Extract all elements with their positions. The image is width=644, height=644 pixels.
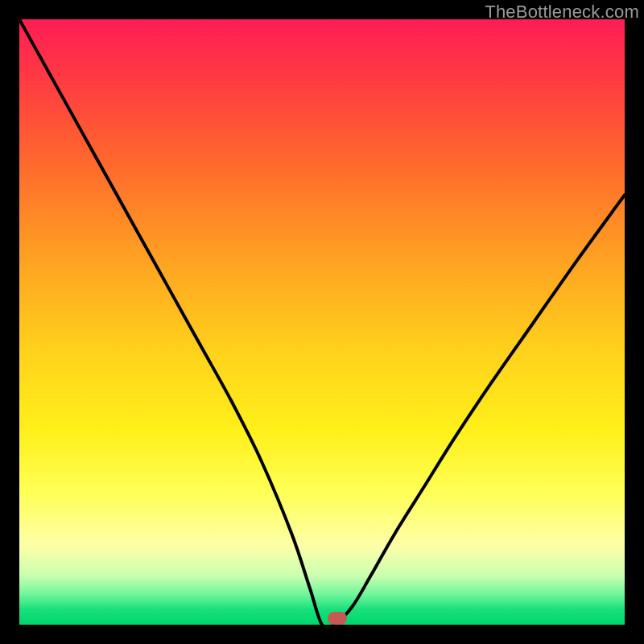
chart-frame: TheBottleneck.com [0,0,644,644]
watermark-text: TheBottleneck.com [485,2,639,23]
plot-area [19,19,625,625]
bottleneck-marker [328,612,347,625]
bottleneck-curve [19,19,625,625]
